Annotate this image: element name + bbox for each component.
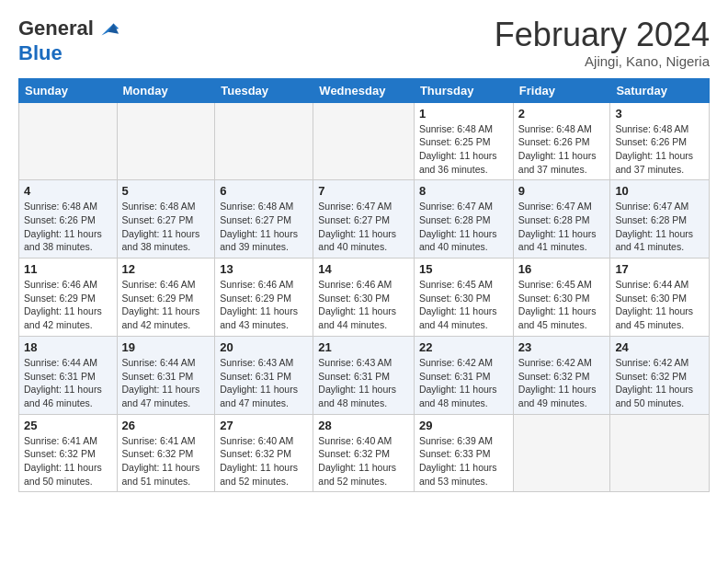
day-number: 29 — [419, 419, 508, 432]
day-number: 7 — [318, 184, 409, 198]
day-info: Sunrise: 6:43 AM Sunset: 6:31 PM Dayligh… — [220, 356, 308, 410]
header: General Blue February 2024 Ajingi, Kano,… — [18, 17, 710, 69]
calendar-cell: 5Sunrise: 6:48 AM Sunset: 6:27 PM Daylig… — [117, 180, 215, 259]
calendar-cell: 1Sunrise: 6:48 AM Sunset: 6:25 PM Daylig… — [414, 102, 513, 180]
day-info: Sunrise: 6:39 AM Sunset: 6:33 PM Dayligh… — [419, 434, 508, 488]
day-info: Sunrise: 6:48 AM Sunset: 6:26 PM Dayligh… — [24, 200, 112, 254]
day-number: 14 — [318, 262, 409, 276]
calendar-cell: 21Sunrise: 6:43 AM Sunset: 6:31 PM Dayli… — [313, 336, 415, 414]
calendar-cell: 2Sunrise: 6:48 AM Sunset: 6:26 PM Daylig… — [513, 102, 610, 180]
location: Ajingi, Kano, Nigeria — [495, 53, 710, 69]
calendar-cell: 8Sunrise: 6:47 AM Sunset: 6:28 PM Daylig… — [414, 180, 513, 259]
calendar-cell — [313, 102, 415, 180]
day-info: Sunrise: 6:41 AM Sunset: 6:32 PM Dayligh… — [122, 434, 210, 488]
calendar-cell: 7Sunrise: 6:47 AM Sunset: 6:27 PM Daylig… — [313, 180, 415, 259]
calendar-cell — [610, 414, 710, 492]
day-number: 18 — [24, 340, 112, 354]
weekday-header-sunday: Sunday — [19, 78, 118, 102]
day-number: 24 — [615, 340, 704, 354]
calendar-table: SundayMondayTuesdayWednesdayThursdayFrid… — [18, 78, 710, 493]
day-number: 22 — [419, 340, 508, 354]
day-info: Sunrise: 6:42 AM Sunset: 6:32 PM Dayligh… — [615, 356, 704, 410]
weekday-header-wednesday: Wednesday — [313, 78, 415, 102]
day-info: Sunrise: 6:45 AM Sunset: 6:30 PM Dayligh… — [518, 278, 606, 332]
calendar-cell: 13Sunrise: 6:46 AM Sunset: 6:29 PM Dayli… — [215, 259, 313, 337]
calendar-week-row: 25Sunrise: 6:41 AM Sunset: 6:32 PM Dayli… — [19, 414, 710, 492]
calendar-cell: 3Sunrise: 6:48 AM Sunset: 6:26 PM Daylig… — [610, 102, 710, 180]
day-info: Sunrise: 6:45 AM Sunset: 6:30 PM Dayligh… — [419, 278, 508, 332]
weekday-header-thursday: Thursday — [414, 78, 513, 102]
day-number: 11 — [24, 262, 112, 276]
day-number: 17 — [615, 262, 704, 276]
day-number: 15 — [419, 262, 508, 276]
day-info: Sunrise: 6:46 AM Sunset: 6:29 PM Dayligh… — [122, 278, 210, 332]
calendar-cell: 15Sunrise: 6:45 AM Sunset: 6:30 PM Dayli… — [414, 259, 513, 337]
calendar-cell: 14Sunrise: 6:46 AM Sunset: 6:30 PM Dayli… — [313, 259, 415, 337]
calendar-cell: 11Sunrise: 6:46 AM Sunset: 6:29 PM Dayli… — [19, 259, 118, 337]
day-info: Sunrise: 6:40 AM Sunset: 6:32 PM Dayligh… — [220, 434, 308, 488]
day-number: 3 — [615, 107, 704, 121]
day-number: 12 — [122, 262, 210, 276]
calendar-cell: 26Sunrise: 6:41 AM Sunset: 6:32 PM Dayli… — [117, 414, 215, 492]
calendar-cell: 4Sunrise: 6:48 AM Sunset: 6:26 PM Daylig… — [19, 180, 118, 259]
day-info: Sunrise: 6:48 AM Sunset: 6:27 PM Dayligh… — [220, 200, 308, 254]
day-number: 5 — [122, 184, 210, 198]
day-number: 8 — [419, 184, 508, 198]
logo: General Blue — [18, 17, 121, 64]
day-info: Sunrise: 6:48 AM Sunset: 6:25 PM Dayligh… — [419, 122, 508, 177]
calendar-cell: 12Sunrise: 6:46 AM Sunset: 6:29 PM Dayli… — [117, 259, 215, 337]
calendar-week-row: 4Sunrise: 6:48 AM Sunset: 6:26 PM Daylig… — [19, 180, 710, 259]
calendar-cell — [19, 102, 118, 180]
weekday-header-saturday: Saturday — [610, 78, 710, 102]
calendar-cell — [117, 102, 215, 180]
weekday-header-tuesday: Tuesday — [215, 78, 313, 102]
calendar-cell: 18Sunrise: 6:44 AM Sunset: 6:31 PM Dayli… — [19, 336, 118, 414]
day-info: Sunrise: 6:40 AM Sunset: 6:32 PM Dayligh… — [318, 434, 409, 488]
day-number: 6 — [220, 184, 308, 198]
day-number: 10 — [615, 184, 704, 198]
calendar-cell: 19Sunrise: 6:44 AM Sunset: 6:31 PM Dayli… — [117, 336, 215, 414]
calendar-week-row: 18Sunrise: 6:44 AM Sunset: 6:31 PM Dayli… — [19, 336, 710, 414]
day-number: 16 — [518, 262, 606, 276]
calendar-week-row: 1Sunrise: 6:48 AM Sunset: 6:25 PM Daylig… — [19, 102, 710, 180]
calendar-cell: 10Sunrise: 6:47 AM Sunset: 6:28 PM Dayli… — [610, 180, 710, 259]
day-info: Sunrise: 6:47 AM Sunset: 6:28 PM Dayligh… — [615, 200, 704, 254]
day-info: Sunrise: 6:44 AM Sunset: 6:31 PM Dayligh… — [24, 356, 112, 410]
day-info: Sunrise: 6:46 AM Sunset: 6:29 PM Dayligh… — [24, 278, 112, 332]
day-info: Sunrise: 6:42 AM Sunset: 6:32 PM Dayligh… — [518, 356, 606, 410]
day-number: 19 — [122, 340, 210, 354]
day-number: 13 — [220, 262, 308, 276]
calendar-cell: 9Sunrise: 6:47 AM Sunset: 6:28 PM Daylig… — [513, 180, 610, 259]
day-number: 2 — [518, 107, 606, 121]
day-info: Sunrise: 6:42 AM Sunset: 6:31 PM Dayligh… — [419, 356, 508, 410]
weekday-header-friday: Friday — [513, 78, 610, 102]
month-title: February 2024 — [495, 17, 710, 53]
day-number: 4 — [24, 184, 112, 198]
weekday-header-row: SundayMondayTuesdayWednesdayThursdayFrid… — [19, 78, 710, 102]
page: General Blue February 2024 Ajingi, Kano,… — [0, 0, 728, 501]
day-number: 9 — [518, 184, 606, 198]
day-number: 27 — [220, 419, 308, 432]
day-info: Sunrise: 6:48 AM Sunset: 6:27 PM Dayligh… — [122, 200, 210, 254]
title-area: February 2024 Ajingi, Kano, Nigeria — [495, 17, 710, 69]
day-number: 26 — [122, 419, 210, 432]
calendar-cell: 16Sunrise: 6:45 AM Sunset: 6:30 PM Dayli… — [513, 259, 610, 337]
calendar-cell: 25Sunrise: 6:41 AM Sunset: 6:32 PM Dayli… — [19, 414, 118, 492]
calendar-cell: 23Sunrise: 6:42 AM Sunset: 6:32 PM Dayli… — [513, 336, 610, 414]
calendar-cell — [513, 414, 610, 492]
day-info: Sunrise: 6:47 AM Sunset: 6:28 PM Dayligh… — [419, 200, 508, 254]
day-info: Sunrise: 6:46 AM Sunset: 6:30 PM Dayligh… — [318, 278, 409, 332]
day-info: Sunrise: 6:48 AM Sunset: 6:26 PM Dayligh… — [518, 122, 606, 177]
calendar-cell: 28Sunrise: 6:40 AM Sunset: 6:32 PM Dayli… — [313, 414, 415, 492]
day-info: Sunrise: 6:41 AM Sunset: 6:32 PM Dayligh… — [24, 434, 112, 488]
day-info: Sunrise: 6:43 AM Sunset: 6:31 PM Dayligh… — [318, 356, 409, 410]
day-number: 28 — [318, 419, 409, 432]
calendar-cell: 22Sunrise: 6:42 AM Sunset: 6:31 PM Dayli… — [414, 336, 513, 414]
calendar-cell: 17Sunrise: 6:44 AM Sunset: 6:30 PM Dayli… — [610, 259, 710, 337]
day-info: Sunrise: 6:46 AM Sunset: 6:29 PM Dayligh… — [220, 278, 308, 332]
logo-blue: Blue — [18, 41, 63, 64]
calendar-cell: 20Sunrise: 6:43 AM Sunset: 6:31 PM Dayli… — [215, 336, 313, 414]
day-info: Sunrise: 6:44 AM Sunset: 6:31 PM Dayligh… — [122, 356, 210, 410]
calendar-cell: 29Sunrise: 6:39 AM Sunset: 6:33 PM Dayli… — [414, 414, 513, 492]
calendar-week-row: 11Sunrise: 6:46 AM Sunset: 6:29 PM Dayli… — [19, 259, 710, 337]
